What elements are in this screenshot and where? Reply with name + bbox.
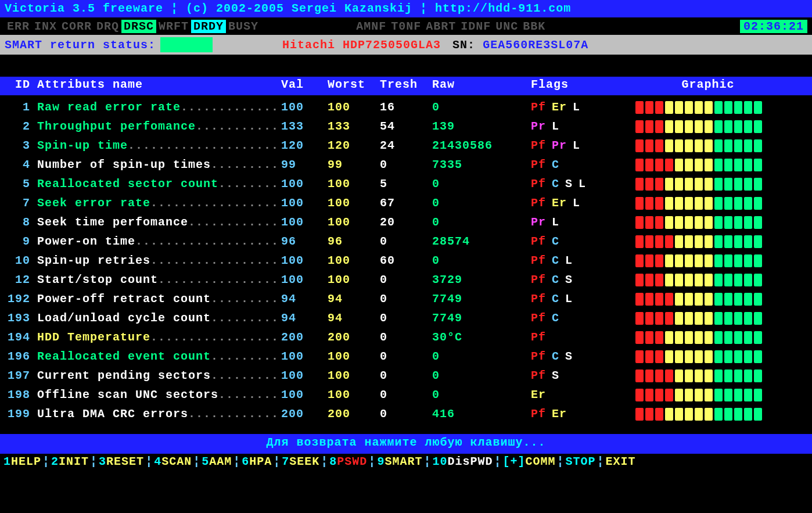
- menu-scan[interactable]: 4SCAN: [153, 455, 193, 472]
- status-flag-inx: INX: [32, 20, 59, 33]
- table-row: 12Start/stop count.................10010…: [5, 270, 807, 289]
- bar-block: [705, 216, 713, 229]
- bar-block: [705, 139, 713, 152]
- attr-name: Spin-up time.....................: [37, 139, 281, 152]
- attr-tresh: 67: [380, 196, 432, 210]
- attr-tresh: 0: [380, 331, 432, 344]
- attr-tresh: 0: [380, 235, 432, 248]
- attr-val: 100: [281, 216, 328, 229]
- attr-val: 100: [281, 388, 328, 401]
- bar-block: [655, 120, 663, 133]
- attr-raw: 0: [432, 216, 531, 229]
- attr-name: Ultra DMA CRC errors.............: [37, 407, 281, 421]
- bar-block: [665, 178, 673, 191]
- bar-block: [685, 293, 693, 306]
- attr-graphic: [635, 216, 781, 229]
- bar-block: [744, 235, 752, 248]
- bar-block: [754, 274, 762, 286]
- status-flags-row: ERRINXCORRDRQDRSCWRFTDRDYBUSYAMNFT0NFABR…: [0, 17, 812, 35]
- attr-name: Load/unload cycle count..........: [37, 311, 281, 325]
- menu-aam[interactable]: 5AAM: [200, 455, 233, 472]
- menu-dispwd[interactable]: 10DisPWD: [431, 455, 494, 472]
- attr-worst: 94: [328, 292, 380, 306]
- table-row: 3Spin-up time.....................120120…: [5, 136, 807, 155]
- table-row: 199Ultra DMA CRC errors.............2002…: [5, 404, 807, 424]
- bar-block: [724, 312, 732, 325]
- menu-seek[interactable]: 7SEEK: [281, 455, 321, 472]
- attr-name: Power-on time....................: [37, 235, 281, 248]
- bar-block: [635, 312, 644, 325]
- menu-init[interactable]: 2INIT: [50, 455, 90, 472]
- bar-block: [695, 139, 703, 152]
- serial-label: SN:: [452, 38, 475, 52]
- bar-block: [665, 101, 673, 114]
- table-row: 5Reallocated sector count.........100100…: [5, 174, 807, 193]
- attr-graphic: [635, 178, 781, 191]
- attr-name: Power-off retract count..........: [37, 292, 281, 306]
- bar-block: [754, 312, 762, 325]
- bar-block: [744, 120, 752, 133]
- attr-id: 192: [5, 292, 37, 306]
- bar-block: [675, 216, 683, 229]
- bar-block: [675, 350, 683, 363]
- attr-worst: 100: [328, 388, 380, 401]
- bar-block: [685, 274, 693, 286]
- bar-block: [635, 235, 644, 248]
- attr-tresh: 0: [380, 369, 432, 382]
- menu-help[interactable]: 1HELP: [2, 455, 42, 472]
- status-flag-drdy: DRDY: [191, 20, 226, 33]
- bar-block: [655, 159, 663, 171]
- attr-id: 4: [5, 158, 37, 171]
- bar-block: [754, 408, 762, 421]
- title-bar: Victoria 3.5 freeware ¦ (c) 2002-2005 Se…: [0, 0, 812, 17]
- bar-block: [675, 235, 683, 248]
- bar-block: [705, 274, 713, 286]
- menu-exit[interactable]: EXIT: [605, 455, 637, 472]
- bar-block: [655, 216, 663, 229]
- info-bar: SMART return status: Hitachi HDP725050GL…: [0, 35, 812, 55]
- bar-block: [714, 197, 723, 210]
- attr-id: 198: [5, 388, 37, 401]
- bar-block: [754, 101, 762, 114]
- bar-block: [695, 312, 703, 325]
- attr-raw: 7335: [432, 158, 531, 171]
- bar-block: [665, 197, 673, 210]
- bar-block: [655, 235, 663, 248]
- bar-block: [705, 120, 713, 133]
- bar-block: [635, 369, 644, 382]
- attr-id: 12: [5, 273, 37, 286]
- status-flag-idnf: IDNF: [458, 20, 493, 33]
- bar-block: [685, 139, 693, 152]
- bar-block: [714, 312, 723, 325]
- menu-smart[interactable]: 9SMART: [376, 455, 423, 472]
- bar-block: [645, 159, 653, 171]
- bar-block: [695, 369, 703, 382]
- attr-worst: 100: [328, 273, 380, 286]
- bar-block: [705, 408, 713, 421]
- bar-block: [645, 350, 653, 363]
- menu-stop[interactable]: STOP: [565, 455, 597, 472]
- bar-block: [705, 389, 713, 401]
- attr-flags: Er: [531, 388, 635, 401]
- bar-block: [695, 274, 703, 286]
- table-row: 4Number of spin-up times..........999907…: [5, 155, 807, 174]
- attr-val: 133: [281, 120, 328, 133]
- bar-block: [685, 369, 693, 382]
- attr-worst: 94: [328, 311, 380, 325]
- attr-val: 100: [281, 177, 328, 191]
- attr-graphic: [635, 312, 781, 325]
- attr-tresh: 0: [380, 311, 432, 325]
- menu-hpa[interactable]: 6HPA: [240, 455, 273, 472]
- prompt-bar[interactable]: Для возврата нажмите любую клавишу...: [0, 434, 812, 454]
- attr-id: 1: [5, 101, 37, 114]
- attr-flags: PfPrL: [531, 139, 635, 152]
- attr-val: 100: [281, 350, 328, 363]
- attr-graphic: [635, 293, 781, 306]
- bar-block: [655, 369, 663, 382]
- menu-comm[interactable]: [+]COMM: [501, 455, 556, 472]
- menu-reset[interactable]: 3RESET: [98, 455, 145, 472]
- bar-block: [705, 197, 713, 210]
- bar-block: [734, 293, 742, 306]
- menu-pswd[interactable]: 8PSWD: [328, 455, 368, 472]
- bar-block: [645, 235, 653, 248]
